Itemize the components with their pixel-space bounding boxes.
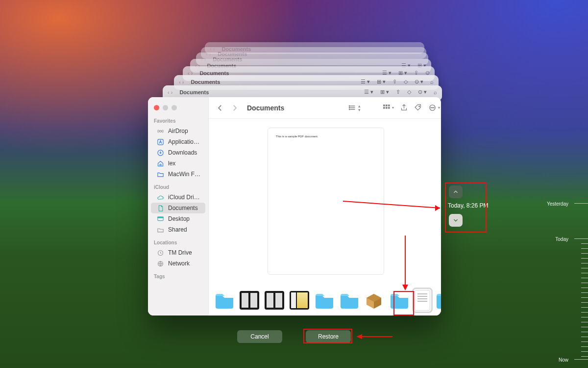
sidebar-item-label: iCloud Dri…: [168, 194, 200, 201]
cancel-button[interactable]: Cancel: [237, 330, 282, 343]
svg-point-10: [349, 105, 349, 106]
folder-thumb[interactable]: [215, 291, 234, 310]
thumbnail-row: [209, 285, 441, 315]
window-title: Documents: [247, 104, 284, 112]
sidebar-item[interactable]: Desktop: [151, 213, 205, 224]
timeline-label: Today: [555, 237, 568, 242]
sidebar-item-label: Desktop: [168, 215, 190, 222]
sidebar-item[interactable]: Applicatio…: [151, 136, 205, 147]
restore-button[interactable]: Restore: [306, 330, 351, 343]
folder-thumb[interactable]: [436, 291, 441, 310]
toolbar: Documents ▴▾ ▾ ▾: [209, 97, 441, 119]
snapshot-next-button[interactable]: [449, 214, 463, 227]
image-thumb[interactable]: [265, 291, 284, 310]
svg-rect-15: [388, 105, 390, 106]
view-grid-button[interactable]: ▾: [382, 104, 394, 112]
app-icon: [157, 138, 164, 146]
snapshot-time-label: Today, 8:26 PM: [448, 202, 485, 209]
sidebar-item-label: Shared: [168, 226, 187, 233]
folder-thumb[interactable]: [340, 291, 359, 310]
svg-rect-17: [386, 107, 388, 109]
sidebar-item-label: MacWin F…: [168, 171, 200, 178]
cloud-icon: [157, 194, 164, 201]
sidebar-item[interactable]: Downloads: [151, 147, 205, 158]
folder-thumb[interactable]: [390, 291, 409, 310]
sidebar-item-label: TM Drive: [168, 249, 192, 256]
more-button[interactable]: ▾: [428, 104, 440, 112]
sidebar-section-label: Favorites: [148, 113, 208, 126]
svg-rect-13: [383, 105, 385, 106]
view-list-button[interactable]: ▴▾: [348, 104, 361, 112]
shared-icon: [157, 226, 164, 234]
document-thumb-selected[interactable]: [415, 290, 430, 311]
content-area: This is a sample PDF document.: [209, 119, 441, 285]
sidebar-item[interactable]: Network: [151, 258, 205, 269]
sidebar-item-label: Downloads: [168, 149, 197, 156]
sidebar-section-label: Tags: [148, 269, 208, 281]
svg-point-21: [431, 107, 431, 108]
tag-button[interactable]: [414, 104, 422, 112]
sidebar-item[interactable]: TM Drive: [151, 247, 205, 258]
image-thumb[interactable]: [290, 291, 309, 310]
action-buttons: Cancel Restore: [237, 330, 351, 343]
snapshot-prev-button[interactable]: [449, 185, 463, 198]
folder-thumb[interactable]: [315, 291, 334, 310]
airdrop-icon: [157, 128, 164, 135]
snapshot-nav: Today, 8:26 PM: [448, 185, 485, 227]
minimize-icon[interactable]: [163, 105, 168, 110]
svg-rect-18: [388, 107, 390, 109]
zoom-icon[interactable]: [172, 105, 177, 110]
svg-rect-4: [158, 217, 163, 218]
sidebar-section-label: Locations: [148, 235, 208, 247]
sidebar-section-label: iCloud: [148, 180, 208, 192]
svg-rect-16: [383, 107, 385, 109]
globe-icon: [157, 260, 164, 267]
main-panel: Documents ▴▾ ▾ ▾ This is a sample PDF do…: [209, 97, 441, 315]
file-preview[interactable]: This is a sample PDF document.: [268, 128, 384, 275]
sidebar-item-label: Documents: [168, 205, 198, 211]
svg-point-19: [419, 106, 420, 107]
sidebar-item-label: Applicatio…: [168, 138, 199, 145]
forward-button[interactable]: [230, 104, 239, 112]
clock-icon: [157, 249, 164, 257]
svg-point-23: [434, 107, 434, 108]
timeline[interactable]: Yesterday Today Now: [550, 182, 588, 368]
preview-text: This is a sample PDF document.: [268, 128, 384, 145]
sidebar-item[interactable]: iCloud Dri…: [151, 192, 205, 203]
doc-icon: [157, 205, 164, 212]
sidebar-item[interactable]: Shared: [151, 224, 205, 235]
svg-point-12: [349, 109, 349, 109]
svg-point-22: [432, 107, 433, 108]
back-button[interactable]: [216, 104, 224, 112]
svg-point-0: [160, 130, 162, 132]
image-thumb[interactable]: [240, 291, 259, 310]
svg-rect-14: [386, 105, 388, 106]
home-icon: [157, 160, 164, 167]
finder-window: FavoritesAirDropApplicatio…DownloadslexM…: [148, 97, 441, 315]
desktop-icon: [157, 215, 164, 223]
sidebar-item-label: AirDrop: [168, 128, 188, 134]
window-controls[interactable]: [148, 101, 208, 113]
download-icon: [157, 149, 164, 157]
package-thumb[interactable]: [365, 291, 384, 310]
sidebar-item-label: Network: [168, 260, 190, 267]
sidebar-item[interactable]: lex: [151, 158, 205, 169]
timeline-label: Now: [559, 357, 568, 363]
sidebar: FavoritesAirDropApplicatio…DownloadslexM…: [148, 97, 209, 315]
share-button[interactable]: [400, 104, 408, 112]
sidebar-item[interactable]: MacWin F…: [151, 169, 205, 180]
close-icon[interactable]: [154, 105, 159, 110]
folder-icon: [157, 171, 164, 178]
sidebar-item[interactable]: AirDrop: [151, 126, 205, 136]
timeline-label: Yesterday: [547, 201, 568, 207]
sidebar-item[interactable]: Documents: [151, 203, 205, 213]
sidebar-item-label: lex: [168, 160, 175, 167]
svg-point-11: [349, 107, 349, 108]
